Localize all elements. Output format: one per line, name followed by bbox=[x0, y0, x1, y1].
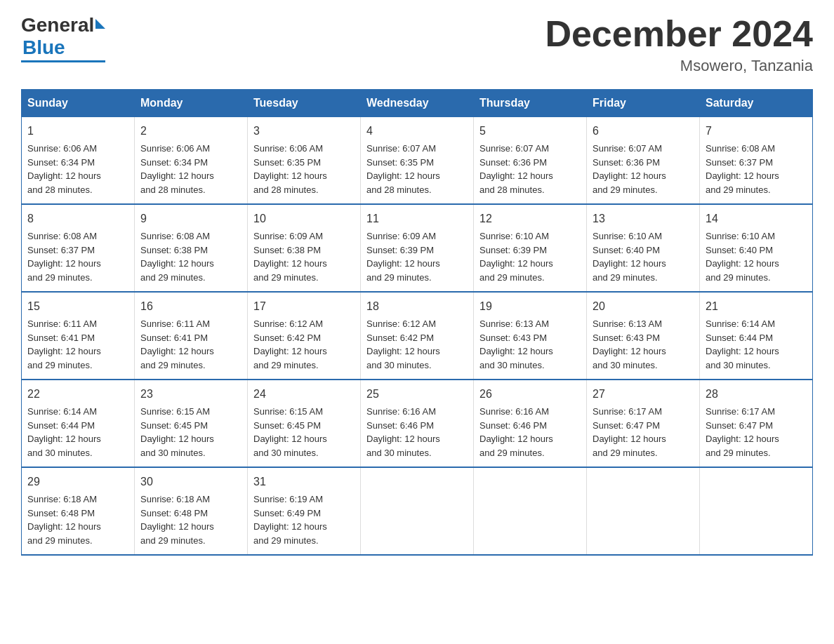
day-number: 11 bbox=[366, 210, 468, 227]
day-info: Sunrise: 6:07 AMSunset: 6:35 PMDaylight:… bbox=[366, 142, 468, 196]
day-number: 23 bbox=[140, 386, 241, 403]
day-cell: 31 Sunrise: 6:19 AMSunset: 6:49 PMDaylig… bbox=[248, 467, 361, 555]
week-row-3: 15 Sunrise: 6:11 AMSunset: 6:41 PMDaylig… bbox=[22, 292, 813, 380]
day-info: Sunrise: 6:08 AMSunset: 6:38 PMDaylight:… bbox=[140, 229, 241, 284]
day-cell: 15 Sunrise: 6:11 AMSunset: 6:41 PMDaylig… bbox=[22, 292, 135, 380]
logo-text: General bbox=[21, 14, 105, 36]
day-number: 12 bbox=[479, 210, 581, 227]
day-info: Sunrise: 6:19 AMSunset: 6:49 PMDaylight:… bbox=[253, 492, 355, 547]
day-info: Sunrise: 6:10 AMSunset: 6:40 PMDaylight:… bbox=[593, 229, 694, 284]
day-cell: 16 Sunrise: 6:11 AMSunset: 6:41 PMDaylig… bbox=[135, 292, 248, 380]
week-row-2: 8 Sunrise: 6:08 AMSunset: 6:37 PMDayligh… bbox=[22, 204, 813, 292]
day-info: Sunrise: 6:08 AMSunset: 6:37 PMDaylight:… bbox=[706, 142, 807, 196]
day-cell: 10 Sunrise: 6:09 AMSunset: 6:38 PMDaylig… bbox=[248, 204, 361, 292]
header-monday: Monday bbox=[135, 90, 248, 117]
day-number: 4 bbox=[366, 123, 468, 140]
day-info: Sunrise: 6:07 AMSunset: 6:36 PMDaylight:… bbox=[479, 142, 581, 196]
day-cell: 26 Sunrise: 6:16 AMSunset: 6:46 PMDaylig… bbox=[474, 380, 587, 467]
day-cell bbox=[587, 467, 700, 555]
day-info: Sunrise: 6:17 AMSunset: 6:47 PMDaylight:… bbox=[593, 405, 694, 459]
day-number: 18 bbox=[366, 298, 468, 315]
day-cell: 29 Sunrise: 6:18 AMSunset: 6:48 PMDaylig… bbox=[22, 467, 135, 555]
day-cell: 6 Sunrise: 6:07 AMSunset: 6:36 PMDayligh… bbox=[587, 117, 700, 205]
day-info: Sunrise: 6:12 AMSunset: 6:42 PMDaylight:… bbox=[253, 317, 355, 372]
day-info: Sunrise: 6:16 AMSunset: 6:46 PMDaylight:… bbox=[366, 405, 468, 459]
day-info: Sunrise: 6:11 AMSunset: 6:41 PMDaylight:… bbox=[27, 317, 128, 372]
day-number: 31 bbox=[253, 474, 355, 490]
day-cell: 23 Sunrise: 6:15 AMSunset: 6:45 PMDaylig… bbox=[135, 380, 248, 467]
day-cell: 24 Sunrise: 6:15 AMSunset: 6:45 PMDaylig… bbox=[248, 380, 361, 467]
day-info: Sunrise: 6:18 AMSunset: 6:48 PMDaylight:… bbox=[140, 492, 241, 547]
day-info: Sunrise: 6:17 AMSunset: 6:47 PMDaylight:… bbox=[706, 405, 807, 459]
day-number: 15 bbox=[27, 298, 128, 315]
day-cell: 22 Sunrise: 6:14 AMSunset: 6:44 PMDaylig… bbox=[22, 380, 135, 467]
header-friday: Friday bbox=[587, 90, 700, 117]
day-number: 10 bbox=[253, 210, 355, 227]
day-cell: 14 Sunrise: 6:10 AMSunset: 6:40 PMDaylig… bbox=[700, 204, 813, 292]
page-header: General Blue December 2024 Msowero, Tanz… bbox=[21, 14, 813, 75]
day-info: Sunrise: 6:06 AMSunset: 6:35 PMDaylight:… bbox=[253, 142, 355, 196]
day-cell: 4 Sunrise: 6:07 AMSunset: 6:35 PMDayligh… bbox=[361, 117, 474, 205]
day-info: Sunrise: 6:09 AMSunset: 6:39 PMDaylight:… bbox=[366, 229, 468, 284]
logo-general-text: General bbox=[21, 14, 94, 36]
header-tuesday: Tuesday bbox=[248, 90, 361, 117]
day-number: 13 bbox=[593, 210, 694, 227]
day-number: 2 bbox=[140, 123, 241, 140]
day-number: 14 bbox=[706, 210, 807, 227]
day-cell: 7 Sunrise: 6:08 AMSunset: 6:37 PMDayligh… bbox=[700, 117, 813, 205]
day-info: Sunrise: 6:10 AMSunset: 6:40 PMDaylight:… bbox=[706, 229, 807, 284]
day-cell: 27 Sunrise: 6:17 AMSunset: 6:47 PMDaylig… bbox=[587, 380, 700, 467]
header-thursday: Thursday bbox=[474, 90, 587, 117]
day-number: 26 bbox=[479, 386, 581, 403]
day-number: 7 bbox=[706, 123, 807, 140]
calendar-header-row: SundayMondayTuesdayWednesdayThursdayFrid… bbox=[22, 90, 813, 117]
logo: General Blue bbox=[21, 14, 105, 62]
day-info: Sunrise: 6:13 AMSunset: 6:43 PMDaylight:… bbox=[479, 317, 581, 372]
logo-blue-text: Blue bbox=[22, 36, 65, 59]
day-cell: 5 Sunrise: 6:07 AMSunset: 6:36 PMDayligh… bbox=[474, 117, 587, 205]
day-cell: 17 Sunrise: 6:12 AMSunset: 6:42 PMDaylig… bbox=[248, 292, 361, 380]
day-number: 1 bbox=[27, 123, 128, 140]
day-info: Sunrise: 6:12 AMSunset: 6:42 PMDaylight:… bbox=[366, 317, 468, 372]
day-cell: 1 Sunrise: 6:06 AMSunset: 6:34 PMDayligh… bbox=[22, 117, 135, 205]
day-number: 6 bbox=[593, 123, 694, 140]
day-info: Sunrise: 6:06 AMSunset: 6:34 PMDaylight:… bbox=[140, 142, 241, 196]
header-saturday: Saturday bbox=[700, 90, 813, 117]
day-number: 29 bbox=[27, 474, 128, 490]
day-number: 5 bbox=[479, 123, 581, 140]
day-number: 9 bbox=[140, 210, 241, 227]
day-cell: 25 Sunrise: 6:16 AMSunset: 6:46 PMDaylig… bbox=[361, 380, 474, 467]
day-info: Sunrise: 6:15 AMSunset: 6:45 PMDaylight:… bbox=[253, 405, 355, 459]
day-info: Sunrise: 6:16 AMSunset: 6:46 PMDaylight:… bbox=[479, 405, 581, 459]
day-cell bbox=[361, 467, 474, 555]
day-info: Sunrise: 6:18 AMSunset: 6:48 PMDaylight:… bbox=[27, 492, 128, 547]
day-info: Sunrise: 6:08 AMSunset: 6:37 PMDaylight:… bbox=[27, 229, 128, 284]
day-cell: 13 Sunrise: 6:10 AMSunset: 6:40 PMDaylig… bbox=[587, 204, 700, 292]
day-info: Sunrise: 6:15 AMSunset: 6:45 PMDaylight:… bbox=[140, 405, 241, 459]
day-number: 30 bbox=[140, 474, 241, 490]
day-number: 22 bbox=[27, 386, 128, 403]
day-cell: 8 Sunrise: 6:08 AMSunset: 6:37 PMDayligh… bbox=[22, 204, 135, 292]
day-cell: 9 Sunrise: 6:08 AMSunset: 6:38 PMDayligh… bbox=[135, 204, 248, 292]
calendar-table: SundayMondayTuesdayWednesdayThursdayFrid… bbox=[21, 89, 813, 556]
day-number: 21 bbox=[706, 298, 807, 315]
day-cell: 21 Sunrise: 6:14 AMSunset: 6:44 PMDaylig… bbox=[700, 292, 813, 380]
day-cell: 20 Sunrise: 6:13 AMSunset: 6:43 PMDaylig… bbox=[587, 292, 700, 380]
day-number: 28 bbox=[706, 386, 807, 403]
header-wednesday: Wednesday bbox=[361, 90, 474, 117]
day-number: 27 bbox=[593, 386, 694, 403]
location-title: Msowero, Tanzania bbox=[545, 57, 813, 75]
title-block: December 2024 Msowero, Tanzania bbox=[545, 14, 813, 75]
day-cell: 19 Sunrise: 6:13 AMSunset: 6:43 PMDaylig… bbox=[474, 292, 587, 380]
week-row-5: 29 Sunrise: 6:18 AMSunset: 6:48 PMDaylig… bbox=[22, 467, 813, 555]
day-cell: 2 Sunrise: 6:06 AMSunset: 6:34 PMDayligh… bbox=[135, 117, 248, 205]
day-info: Sunrise: 6:13 AMSunset: 6:43 PMDaylight:… bbox=[593, 317, 694, 372]
logo-triangle-icon bbox=[95, 19, 105, 29]
day-number: 20 bbox=[593, 298, 694, 315]
week-row-4: 22 Sunrise: 6:14 AMSunset: 6:44 PMDaylig… bbox=[22, 380, 813, 467]
day-number: 24 bbox=[253, 386, 355, 403]
day-info: Sunrise: 6:14 AMSunset: 6:44 PMDaylight:… bbox=[706, 317, 807, 372]
day-info: Sunrise: 6:14 AMSunset: 6:44 PMDaylight:… bbox=[27, 405, 128, 459]
day-number: 8 bbox=[27, 210, 128, 227]
month-title: December 2024 bbox=[545, 14, 813, 54]
